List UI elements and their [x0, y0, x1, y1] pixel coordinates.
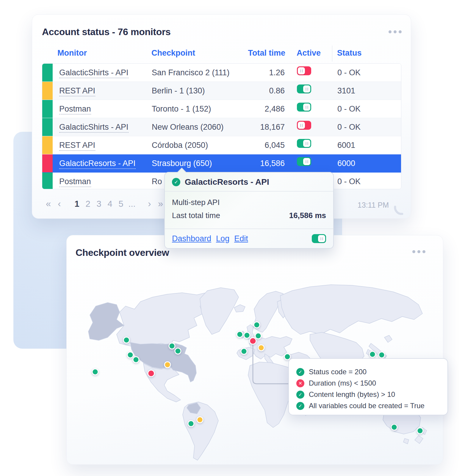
- active-toggle[interactable]: [297, 157, 311, 166]
- total-time-cell: 0.86: [236, 82, 285, 100]
- edit-link[interactable]: Edit: [234, 234, 248, 243]
- status-cell: 6001: [337, 136, 355, 154]
- last-total-time-value: 16,586 ms: [289, 209, 326, 222]
- total-time-cell: 18,167: [236, 118, 285, 136]
- pagination-first-icon[interactable]: «: [43, 198, 54, 209]
- column-header-status[interactable]: Status: [337, 48, 362, 58]
- column-header-total-time[interactable]: Total time: [240, 48, 285, 58]
- status-cell: 6000: [337, 154, 355, 172]
- monitors-table: GalacticShirts - API San Francisco 2 (11…: [42, 63, 401, 189]
- monitor-link[interactable]: Postman: [59, 173, 91, 189]
- log-link[interactable]: Log: [216, 234, 229, 243]
- pagination-page[interactable]: 5: [115, 199, 126, 209]
- checkpoint-dot-yellow[interactable]: [197, 416, 203, 423]
- column-header-checkpoint[interactable]: Checkpoint: [151, 48, 195, 58]
- checkpoint-dot-green[interactable]: [237, 331, 243, 338]
- checkpoint-dot-green[interactable]: [127, 352, 134, 358]
- monitor-link[interactable]: GalacticShirts - API: [59, 64, 129, 82]
- monitor-link[interactable]: GalacticShirts - API: [59, 118, 129, 136]
- cross-circle-icon: [296, 379, 304, 387]
- checkpoint-dot-green[interactable]: [255, 333, 262, 339]
- status-cell: 0 - OK: [337, 64, 361, 82]
- monitor-active-toggle[interactable]: [312, 234, 326, 243]
- row-status-bar: [42, 136, 53, 154]
- pagination-page[interactable]: 3: [93, 199, 104, 209]
- checkpoint-dot-green[interactable]: [123, 337, 130, 344]
- last-total-time-label: Last total time: [172, 209, 220, 222]
- checkpoint-dot-green[interactable]: [92, 369, 99, 375]
- monitor-type-label: Multi-step API: [172, 196, 220, 209]
- checkpoint-dot-green[interactable]: [253, 322, 260, 328]
- checkpoint-checks-popover: Status code = 200 Duration (ms) < 1500 C…: [288, 358, 448, 415]
- check-label: Content length (bytes) > 10: [309, 390, 395, 399]
- active-toggle[interactable]: [297, 121, 311, 130]
- table-row[interactable]: REST API Berlin - 1 (130) 0.86 3101: [42, 82, 401, 100]
- monitor-link[interactable]: GalacticResorts - API: [59, 154, 136, 172]
- checkpoint-dot-green[interactable]: [244, 332, 250, 339]
- total-time-cell: 2,486: [236, 100, 285, 118]
- checkpoint-dot-green[interactable]: [241, 348, 248, 355]
- checkpoint-dot-green[interactable]: [369, 351, 376, 358]
- row-status-bar: [42, 64, 53, 82]
- dashboard-link[interactable]: Dashboard: [172, 234, 211, 243]
- total-time-cell: 1.26: [236, 64, 285, 82]
- active-toggle[interactable]: [297, 66, 311, 75]
- row-status-bar: [42, 100, 53, 118]
- total-time-cell: 6,045: [236, 136, 285, 154]
- checkpoint-dot-green[interactable]: [133, 356, 140, 363]
- pagination: « ‹ 1 2 3 4 5 ... › »: [43, 197, 166, 210]
- check-circle-icon: [296, 368, 304, 376]
- table-row[interactable]: GalacticShirts - API New Orleans (2060) …: [42, 118, 401, 136]
- checkpoint-dot-green[interactable]: [169, 343, 176, 350]
- row-status-bar: [42, 154, 53, 172]
- pagination-next-icon[interactable]: ›: [144, 198, 155, 209]
- monitor-link[interactable]: REST API: [59, 82, 95, 100]
- check-item: All variables could be created = True: [296, 400, 447, 411]
- last-refresh-time: 13:11 PM: [358, 201, 389, 209]
- pagination-page[interactable]: 1: [71, 199, 82, 209]
- checkpoint-cell: Berlin - 1 (130): [152, 82, 205, 100]
- monitor-popover-header: GalacticResorts - API: [165, 173, 333, 192]
- monitor-popover-title: GalacticResorts - API: [185, 177, 269, 187]
- checkpoint-cell: Toronto - 1 (152): [152, 100, 211, 118]
- column-header-monitor[interactable]: Monitor: [57, 48, 87, 58]
- header-divider: [332, 46, 332, 62]
- row-status-bar: [42, 173, 53, 189]
- checkpoint-dot-green[interactable]: [391, 424, 398, 431]
- checkpoint-dot-green[interactable]: [378, 352, 385, 358]
- ellipsis-menu-icon[interactable]: [389, 30, 402, 33]
- account-card-title: Account status - 76 monitors: [42, 26, 171, 37]
- status-cell: 0 - OK: [337, 173, 361, 189]
- check-circle-icon: [172, 178, 180, 186]
- checkpoint-dot-red[interactable]: [148, 370, 155, 377]
- check-item: Content length (bytes) > 10: [296, 389, 447, 400]
- table-row[interactable]: Postman Toronto - 1 (152) 2,486 0 - OK: [42, 100, 401, 118]
- ellipsis-menu-icon[interactable]: [412, 250, 425, 253]
- checkpoint-dot-green[interactable]: [188, 420, 195, 427]
- checkpoint-dot-red[interactable]: [249, 337, 257, 345]
- refresh-spinner-icon: [393, 202, 406, 215]
- checkpoint-cell: New Orleans (2060): [152, 118, 224, 136]
- table-row[interactable]: REST API Córdoba (2050) 6,045 6001: [42, 136, 401, 154]
- check-label: All variables could be created = True: [309, 402, 425, 410]
- checkpoint-dot-green[interactable]: [417, 428, 424, 434]
- table-row[interactable]: GalacticShirts - API San Francisco 2 (11…: [42, 64, 401, 82]
- column-header-active[interactable]: Active: [297, 48, 321, 58]
- monitor-link[interactable]: Postman: [59, 100, 91, 118]
- check-circle-icon: [296, 391, 304, 399]
- pagination-ellipsis: ...: [126, 199, 137, 209]
- active-toggle[interactable]: [297, 139, 311, 148]
- checkpoint-dot-green[interactable]: [175, 348, 181, 355]
- checkpoint-cell: Ro: [152, 173, 162, 189]
- active-toggle[interactable]: [297, 103, 311, 112]
- pagination-page[interactable]: 4: [104, 199, 115, 209]
- checkpoint-dot-yellow[interactable]: [164, 361, 171, 368]
- checkpoint-dot-yellow[interactable]: [258, 345, 265, 351]
- table-row-selected[interactable]: GalacticResorts - API Strasbourg (650) 1…: [42, 154, 401, 173]
- pagination-prev-icon[interactable]: ‹: [54, 198, 65, 209]
- pagination-page[interactable]: 2: [82, 199, 93, 209]
- checkpoint-overview-card: Checkpoint overview: [66, 235, 443, 465]
- monitor-link[interactable]: REST API: [59, 136, 95, 154]
- active-toggle[interactable]: [297, 84, 311, 93]
- check-label: Status code = 200: [309, 368, 367, 376]
